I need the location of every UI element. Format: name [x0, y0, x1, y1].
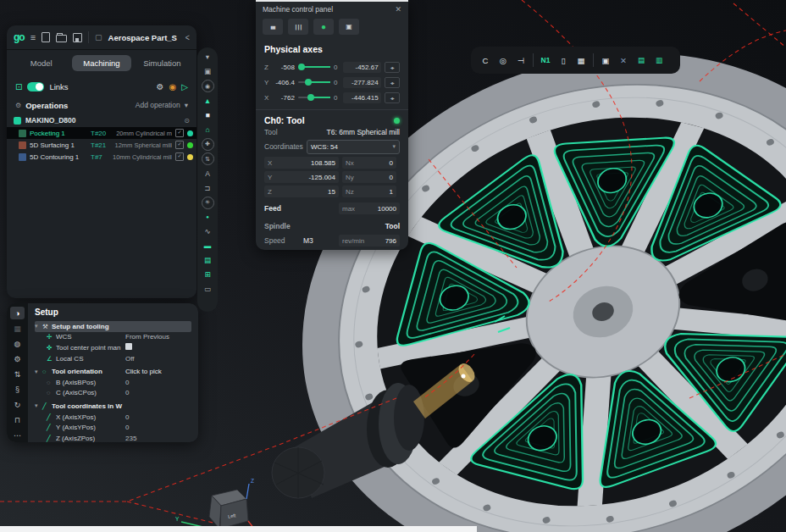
operation-row[interactable]: 5D Contouring 1 T#7 10mm Cylindrical mil…	[7, 151, 196, 163]
coord-z-field[interactable]: Z15	[264, 186, 339, 197]
message-icon[interactable]: ▭	[201, 282, 214, 296]
machine-settings-icon[interactable]: ⊙	[184, 117, 190, 125]
clamp-icon[interactable]: ⊐	[201, 181, 214, 196]
setup-item-row[interactable]: ◌ B (AxisBPos)0	[35, 377, 191, 388]
inspect-icon[interactable]: ◎	[495, 52, 512, 69]
jog-buttons[interactable]: ◂▸	[385, 62, 400, 73]
tab-simulation[interactable]: Simulation	[133, 55, 191, 71]
package-icon[interactable]: ▦	[573, 52, 590, 69]
settings-gear-icon[interactable]: ⚙	[157, 82, 164, 91]
screwdriver-icon[interactable]: ✚	[202, 138, 214, 151]
machine-node[interactable]: MAKINO_D800 ⊙	[7, 114, 196, 127]
operation-checkbox[interactable]: ✓	[175, 152, 184, 161]
axis-value-field[interactable]: -446.415	[343, 92, 380, 103]
fixture-tab-icon[interactable]: ⊓	[10, 413, 25, 426]
toolpath-display-icon[interactable]: ▬	[201, 239, 214, 253]
links-graph-icon[interactable]: ⊡	[15, 82, 22, 91]
operation-checkbox[interactable]: ✓	[175, 129, 184, 137]
menu-icon[interactable]: ≡	[30, 33, 36, 42]
collapse-chevron-icon[interactable]: ▾	[201, 50, 214, 64]
caliper-icon[interactable]: ⊣	[512, 52, 529, 69]
layers-stack-icon[interactable]: ▤	[633, 52, 650, 69]
mcp-titlebar[interactable]: Machine control panel ✕	[256, 2, 408, 16]
wave-icon[interactable]: ∿	[201, 224, 214, 239]
probe-icon[interactable]: ◉	[202, 80, 214, 92]
tab-machining[interactable]: Machining	[72, 55, 130, 71]
setup-tab-icon[interactable]: ◑	[10, 307, 25, 319]
wireframe-icon[interactable]: ✕	[615, 52, 632, 69]
links-toggle[interactable]	[27, 82, 44, 91]
burst-icon[interactable]: ✳	[202, 197, 214, 209]
close-icon[interactable]: ✕	[395, 5, 401, 14]
axis-value-field[interactable]: -452.67	[343, 62, 380, 73]
drill-tab-icon[interactable]: §	[10, 383, 25, 396]
setup-item-row[interactable]: ╱ X (AxisXPos)0	[35, 412, 191, 423]
setup-item-row[interactable]: ✢ WCSFrom Previous	[35, 332, 191, 343]
save-state-button[interactable]: ▣	[339, 19, 359, 35]
setup-item-row[interactable]: ╱ Z (AxisZPos)235	[35, 433, 191, 442]
grid-icon[interactable]: ⊞	[201, 268, 214, 282]
lock-icon[interactable]: A	[201, 167, 214, 181]
coord-ny-field[interactable]: Ny0	[342, 171, 396, 183]
caret-icon[interactable]: ▾	[35, 369, 42, 375]
stock-tab-icon[interactable]: ▦	[10, 322, 25, 335]
setup-item-row[interactable]: ◌ C (AxisCPos)0	[35, 388, 191, 399]
setup-item-row[interactable]: ✜ Tool center point man	[35, 342, 191, 353]
jog-buttons[interactable]: ◂▸	[385, 92, 400, 103]
coord-nz-field[interactable]: Nz1	[342, 186, 396, 197]
tool-display-icon[interactable]: ▲	[201, 94, 214, 108]
tab-model[interactable]: Model	[12, 55, 70, 71]
operation-row[interactable]: Pocketing 1 T#20 20mm Cylindrical m ✓	[7, 127, 196, 139]
open-folder-icon[interactable]	[56, 35, 67, 42]
coord-nx-field[interactable]: Nx0	[342, 157, 396, 169]
axes-tab-icon[interactable]: ⇅	[10, 368, 25, 380]
axis-slider[interactable]	[298, 97, 330, 98]
save-icon[interactable]	[73, 33, 82, 42]
setup-item-row[interactable]: ╱ Y (AxisYPos)0	[35, 422, 191, 433]
share-icon[interactable]: <	[185, 32, 189, 42]
spindle-icon[interactable]: ⇅	[202, 152, 214, 165]
add-operation-button[interactable]: Add operation	[136, 101, 180, 109]
feed-field[interactable]: max10000	[339, 202, 400, 214]
coord-x-field[interactable]: X108.585	[264, 157, 339, 169]
fixture-display-icon[interactable]: ⌂	[201, 123, 214, 137]
new-file-icon[interactable]	[42, 32, 50, 42]
jog-buttons[interactable]: ◂▸	[385, 77, 400, 88]
setup-group-row[interactable]: ▾ ╱ Tool coordinates in W	[35, 401, 191, 412]
tcp-checkbox[interactable]	[125, 343, 132, 350]
surfacing-icon	[19, 141, 26, 149]
add-operation-caret[interactable]: ▾	[185, 101, 188, 109]
pause-button[interactable]: ▮▮▮	[263, 19, 283, 35]
machine-view-icon[interactable]: ▣	[201, 64, 214, 79]
speed-field[interactable]: rev/min796	[339, 235, 400, 247]
setup-group-row[interactable]: ▾ ◌ Tool orientationClick to pick	[35, 366, 191, 377]
stats-icon[interactable]: ▥	[650, 52, 667, 69]
operation-checkbox[interactable]: ✓	[175, 141, 184, 149]
coord-y-field[interactable]: Y-125.004	[264, 171, 339, 183]
run-state-button[interactable]: ●	[313, 19, 334, 35]
overrides-button[interactable]: ☰	[288, 19, 308, 35]
nc-program-icon[interactable]: N1	[537, 52, 554, 69]
wcs-select[interactable]: WCS: 54 ▾	[307, 140, 400, 154]
run-play-icon[interactable]: ▷	[181, 82, 188, 91]
settings-tab-icon[interactable]: ⚙	[10, 352, 25, 365]
axis-value-field[interactable]: -277.824	[343, 77, 380, 88]
point-display-icon[interactable]: ●	[201, 210, 214, 224]
magnet-icon[interactable]: C	[477, 52, 494, 69]
save-state-icon[interactable]: ▣	[597, 52, 614, 69]
caret-icon[interactable]: ▾	[35, 402, 42, 409]
setup-group-row[interactable]: ▾ ⚒ Setup and tooling	[35, 321, 191, 332]
layers-icon[interactable]: ▤	[201, 253, 214, 268]
axis-slider[interactable]	[298, 66, 330, 68]
app-logo[interactable]: go	[14, 31, 25, 43]
axis-slider[interactable]	[298, 81, 330, 83]
operation-row[interactable]: 5D Surfacing 1 T#21 12mm Spherical mill …	[7, 139, 196, 151]
holder-tab-icon[interactable]: ◍	[10, 337, 25, 350]
stock-display-icon[interactable]: ■	[201, 108, 214, 123]
caret-icon[interactable]: ▾	[35, 323, 42, 330]
more-tab-icon[interactable]: ⋯	[10, 429, 25, 441]
sheet-icon[interactable]: ▯	[555, 52, 572, 69]
gauge-tab-icon[interactable]: ↻	[10, 398, 25, 411]
tool-library-icon[interactable]: ◉	[169, 82, 177, 91]
setup-item-row[interactable]: ∠ Local CSOff	[35, 353, 191, 364]
